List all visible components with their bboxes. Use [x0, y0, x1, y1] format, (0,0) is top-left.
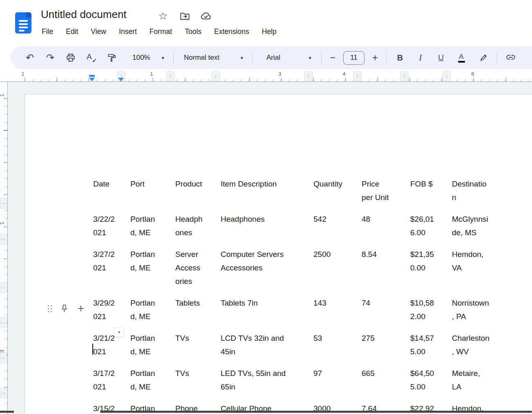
- redo-button[interactable]: ↷: [40, 50, 60, 66]
- document-status-button[interactable]: [200, 10, 212, 22]
- add-row-button[interactable]: +: [75, 303, 87, 314]
- menu-insert[interactable]: Insert: [118, 26, 138, 38]
- row-resize-grip[interactable]: ⋯: [0, 198, 7, 209]
- cell-price[interactable]: 48: [362, 212, 410, 248]
- header-cell-destination[interactable]: Destinatio n: [452, 177, 511, 212]
- header-cell-port[interactable]: Port: [130, 177, 175, 212]
- horizontal-scrollbar[interactable]: [100, 411, 532, 413]
- cell-price[interactable]: 74: [362, 296, 410, 331]
- insert-link-button[interactable]: [501, 50, 521, 66]
- cell-fob[interactable]: $14,57 5.00: [410, 331, 452, 367]
- cell-quantity[interactable]: 542: [313, 212, 362, 248]
- cell-port[interactable]: Portlan d, ME: [130, 248, 175, 296]
- font-family-select[interactable]: Arial ▾: [256, 50, 318, 66]
- paint-format-button[interactable]: [101, 50, 122, 66]
- scrollbar-segment[interactable]: [0, 411, 14, 413]
- font-size-decrease-button[interactable]: −: [325, 50, 340, 66]
- move-to-folder-button[interactable]: [179, 10, 191, 22]
- document-title[interactable]: Untitled document: [41, 8, 127, 21]
- cell-destination[interactable]: McGlynnsi de, MS: [452, 212, 511, 248]
- cell-destination[interactable]: Hemdon, VA: [452, 248, 511, 296]
- cell-product[interactable]: Server Access ories: [175, 248, 221, 296]
- column-resize-grip[interactable]: ⋮: [443, 71, 451, 81]
- document-page[interactable]: Date Port Product Item Description Quant…: [25, 94, 532, 414]
- underline-button[interactable]: U: [431, 50, 451, 66]
- font-size-increase-button[interactable]: +: [367, 50, 383, 66]
- cell-destination[interactable]: Metaire, LA: [452, 367, 511, 402]
- row-resize-grip[interactable]: ⋯: [0, 353, 7, 363]
- cell-item-description[interactable]: Computer Servers Accessories: [221, 248, 313, 296]
- cell-destination[interactable]: Norristown , PA: [452, 296, 511, 331]
- cell-date[interactable]: 3/29/2 021: [93, 296, 130, 331]
- cell-port[interactable]: Portlan d, ME: [130, 212, 175, 248]
- cell-quantity[interactable]: 143: [313, 296, 362, 331]
- cell-quantity[interactable]: 53: [313, 331, 362, 367]
- first-line-indent-marker[interactable]: [118, 78, 124, 81]
- cell-port[interactable]: Portlan d, ME: [130, 367, 175, 402]
- cell-date[interactable]: 3/27/2 021: [93, 248, 130, 296]
- row-resize-grip[interactable]: ⋯: [0, 282, 7, 293]
- cell-destination[interactable]: Charleston , WV: [452, 331, 511, 367]
- menu-edit[interactable]: Edit: [65, 26, 79, 38]
- italic-button[interactable]: I: [410, 50, 431, 66]
- column-resize-grip[interactable]: ⋮: [304, 71, 313, 81]
- cell-quantity[interactable]: 2500: [313, 248, 362, 296]
- paragraph-style-select[interactable]: Normal text ▾: [177, 50, 249, 66]
- cell-item-description[interactable]: LED TVs, 55in and 65in: [221, 367, 313, 402]
- menu-help[interactable]: Help: [261, 26, 277, 38]
- row-resize-grip[interactable]: ⋯: [0, 234, 7, 245]
- text-color-button[interactable]: A: [451, 50, 472, 66]
- column-resize-grip[interactable]: ⋮: [353, 71, 362, 81]
- cell-price[interactable]: 665: [362, 367, 410, 402]
- spellcheck-button[interactable]: A ✓: [81, 50, 101, 66]
- cell-item-description[interactable]: Headphones: [221, 212, 313, 248]
- row-drag-handle[interactable]: [48, 305, 49, 306]
- cell-product[interactable]: Headph ones: [175, 212, 221, 248]
- column-resize-grip[interactable]: ⋮: [212, 71, 220, 81]
- font-size-input[interactable]: 11: [343, 51, 364, 65]
- menu-view[interactable]: View: [90, 26, 107, 38]
- cell-product[interactable]: TVs: [175, 367, 221, 402]
- left-indent-marker[interactable]: [89, 75, 95, 81]
- cell-dropdown-button[interactable]: ▾: [114, 327, 124, 337]
- zoom-select[interactable]: 100% ▾: [127, 50, 170, 66]
- cell-fob[interactable]: $10,58 2.00: [410, 296, 452, 331]
- cell-fob[interactable]: $21,35 0.00: [410, 248, 452, 296]
- cell-item-description[interactable]: LCD TVs 32in and 45in: [221, 331, 313, 367]
- header-cell-item-description[interactable]: Item Description: [221, 177, 313, 212]
- highlight-color-button[interactable]: [473, 50, 494, 66]
- print-button[interactable]: [60, 50, 81, 66]
- menu-format[interactable]: Format: [149, 26, 173, 38]
- column-resize-grip[interactable]: ⋮: [166, 71, 174, 81]
- header-cell-quantity[interactable]: Quantity: [313, 177, 362, 212]
- cell-product[interactable]: TVs: [175, 331, 221, 367]
- header-cell-product[interactable]: Product: [175, 177, 221, 212]
- header-cell-date[interactable]: Date: [93, 177, 130, 212]
- cell-date[interactable]: 3/22/2 021: [93, 212, 130, 248]
- menu-extensions[interactable]: Extensions: [213, 26, 250, 38]
- zoom-value: 100%: [132, 54, 150, 62]
- pin-header-row-button[interactable]: [58, 303, 70, 314]
- row-resize-grip[interactable]: ⋯: [0, 317, 7, 328]
- cell-fob[interactable]: $64,50 5.00: [410, 367, 452, 402]
- cell-item-description[interactable]: Tablets 7in: [221, 296, 313, 331]
- cell-fob[interactable]: $26,01 6.00: [410, 212, 452, 248]
- cell-date[interactable]: 3/21/2 021: [93, 331, 130, 367]
- bold-button[interactable]: B: [390, 50, 410, 66]
- header-cell-fob[interactable]: FOB $: [410, 177, 452, 212]
- cell-price[interactable]: 275: [362, 331, 410, 367]
- menu-tools[interactable]: Tools: [184, 26, 202, 38]
- cell-date[interactable]: 3/17/2 021: [93, 367, 130, 402]
- docs-icon[interactable]: [15, 12, 31, 34]
- column-resize-grip[interactable]: ⋮: [400, 71, 409, 81]
- undo-button[interactable]: ↶: [20, 50, 40, 66]
- star-button[interactable]: ☆: [157, 10, 169, 22]
- cell-port[interactable]: Portlan d, ME: [130, 296, 175, 331]
- menu-file[interactable]: File: [41, 26, 54, 38]
- header-cell-price-per-unit[interactable]: Price per Unit: [362, 177, 410, 212]
- cell-price[interactable]: 8.54: [362, 248, 410, 296]
- cell-quantity[interactable]: 97: [313, 367, 362, 402]
- cell-product[interactable]: Tablets: [175, 296, 221, 331]
- cell-port[interactable]: Portlan d, ME: [130, 331, 175, 367]
- row-resize-grip[interactable]: ⋯: [0, 388, 7, 398]
